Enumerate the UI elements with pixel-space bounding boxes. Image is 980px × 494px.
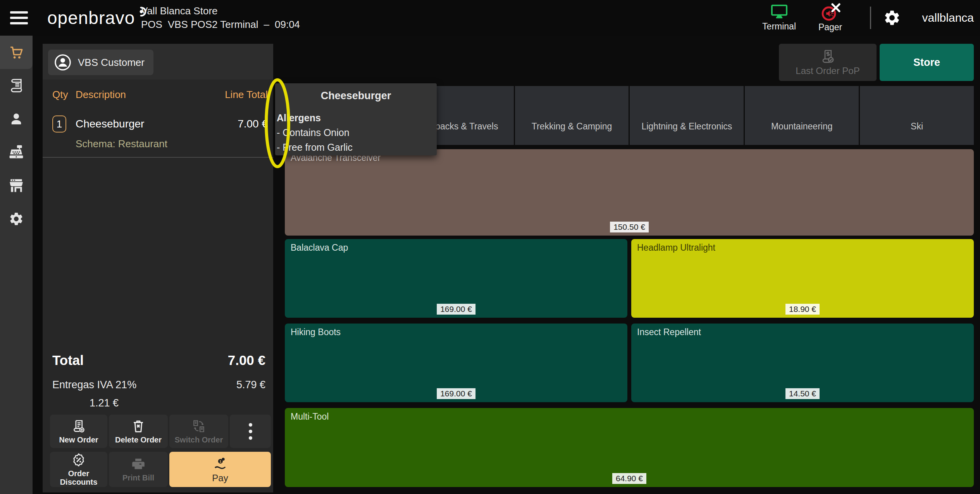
tax-amount-value: 1.21 €: [90, 397, 265, 409]
clock: 09:04: [275, 19, 300, 30]
product-name: Hiking Boots: [291, 327, 341, 337]
product-tile-avalanche-transceiver[interactable]: Avalanche Transceiver 150.50 €: [285, 149, 974, 236]
total-value: 7.00 €: [228, 353, 265, 368]
product-name: Balaclava Cap: [291, 243, 348, 253]
product-price: 169.00 €: [437, 388, 475, 399]
customer-band: VBS Customer: [43, 44, 273, 79]
tooltip-allergen-line: - Contains Onion: [277, 127, 437, 138]
switch-order-icon: [191, 419, 206, 434]
cart-icon: [8, 44, 24, 60]
product-tile-hiking-boots[interactable]: Hiking Boots 169.00 €: [285, 324, 627, 402]
sidebar: [0, 36, 33, 494]
product-price: 64.90 €: [612, 473, 646, 484]
sidebar-item-sales[interactable]: [0, 36, 33, 69]
order-actions: New Order Delete Order Switch Order Orde…: [43, 415, 273, 492]
category-tab-trekking-camping[interactable]: Trekking & Camping: [515, 86, 629, 145]
tooltip-allergens-heading: Allergens: [277, 112, 437, 124]
line-attribute: Schema: Restaurant: [76, 138, 268, 150]
line-qty-badge: 1: [52, 115, 66, 133]
product-name: Insect Repellent: [637, 327, 701, 337]
new-order-label: New Order: [59, 435, 98, 444]
more-actions-button[interactable]: [230, 415, 271, 448]
line-total-value: 7.00 €: [238, 118, 268, 130]
logged-user[interactable]: vallblanca: [922, 11, 974, 24]
product-tile-balaclava-cap[interactable]: Balaclava Cap 169.00 €: [285, 239, 627, 318]
menu-icon[interactable]: [10, 9, 29, 26]
product-name: Multi-Tool: [291, 411, 329, 422]
print-bill-label: Print Bill: [122, 473, 154, 482]
print-bill-icon: [131, 457, 146, 472]
tax-base-value: 5.79 €: [236, 379, 265, 391]
settings-icon: [9, 211, 24, 227]
switch-order-label: Switch Order: [175, 435, 223, 444]
totals-section: Total 7.00 € Entregas IVA 21% 5.79 € 1.2…: [43, 353, 273, 415]
new-order-button[interactable]: New Order: [50, 415, 107, 448]
delete-order-icon: [131, 419, 146, 434]
last-order-pop-icon: [820, 48, 836, 65]
discount-badge-icon: [71, 453, 86, 467]
product-tile-headlamp-ultralight[interactable]: Headlamp Ultralight 18.90 €: [631, 239, 974, 318]
pager-icon: [820, 3, 840, 21]
order-discounts-button[interactable]: Order Discounts: [50, 452, 107, 487]
customer-icon: [8, 111, 24, 127]
description-column-header: Description: [76, 89, 225, 101]
terminal-monitor-icon: [770, 4, 789, 20]
settings-button[interactable]: [881, 9, 903, 27]
pager-button-label: Pager: [818, 22, 842, 33]
customer-circle-icon: [54, 53, 72, 71]
store-name: Vall Blanca Store: [141, 4, 305, 18]
pay-button[interactable]: 1 Pay: [169, 452, 271, 487]
sidebar-item-receipts[interactable]: [0, 69, 33, 102]
terminal-name: VBS POS2 Terminal: [168, 19, 258, 30]
line-total-column-header: Line Total: [225, 89, 268, 101]
tax-label: Entregas IVA 21%: [52, 379, 136, 391]
pos-label: POS: [141, 19, 162, 30]
product-tile-insect-repellent[interactable]: Insect Repellent 14.50 €: [631, 324, 974, 402]
customer-name: VBS Customer: [78, 57, 145, 69]
terminal-info: POSVBS POS2 Terminal–09:04: [141, 18, 305, 31]
product-price: 14.50 €: [785, 388, 820, 399]
tooltip-allergen-line: - Free from Garlic: [277, 142, 437, 153]
sidebar-item-store[interactable]: [0, 169, 33, 202]
sidebar-item-customers[interactable]: [0, 102, 33, 136]
category-tab-ski[interactable]: Ski: [860, 86, 974, 145]
divider: [870, 7, 871, 29]
top-bar: openbravo Vall Blanca Store POSVBS POS2 …: [0, 0, 980, 36]
category-tab-mountaineering[interactable]: Mountaineering: [745, 86, 859, 145]
sidebar-item-cash-management[interactable]: [0, 136, 33, 169]
switch-order-button[interactable]: Switch Order: [169, 415, 228, 448]
product-grid: Avalanche Transceiver 150.50 € Balaclava…: [285, 149, 974, 487]
order-panel: VBS Customer Qty Description Line Total …: [43, 44, 273, 492]
pager-button[interactable]: Pager: [805, 3, 856, 33]
store-button-label: Store: [913, 57, 940, 69]
qty-column-header: Qty: [52, 89, 76, 101]
total-label: Total: [52, 353, 84, 368]
gear-icon: [883, 9, 901, 27]
pay-icon: 1: [212, 456, 228, 472]
order-lines: 1 Cheeseburger 7.00 € Schema: Restaurant: [43, 107, 273, 353]
separator: –: [264, 19, 269, 30]
delete-order-label: Delete Order: [115, 435, 162, 444]
product-price: 18.90 €: [785, 304, 820, 315]
delete-order-button[interactable]: Delete Order: [109, 415, 168, 448]
store-icon: [8, 177, 25, 194]
product-price: 150.50 €: [610, 222, 649, 232]
order-discounts-label: Order Discounts: [50, 469, 107, 486]
store-button[interactable]: Store: [880, 44, 974, 81]
print-bill-button[interactable]: Print Bill: [109, 452, 168, 487]
category-tab-lightning-electronics[interactable]: Lightning & Electronics: [630, 86, 744, 145]
product-price: 169.00 €: [437, 304, 475, 315]
order-line-cheeseburger[interactable]: 1 Cheeseburger 7.00 € Schema: Restaurant: [43, 107, 273, 158]
last-order-pop-button[interactable]: Last Order PoP: [779, 44, 877, 81]
allergen-tooltip: Cheeseburger Allergens - Contains Onion …: [275, 83, 437, 155]
last-order-pop-label: Last Order PoP: [796, 65, 859, 76]
terminal-button[interactable]: Terminal: [754, 4, 805, 32]
openbravo-logo: openbravo: [47, 5, 147, 30]
new-order-icon: [71, 419, 86, 434]
product-tile-multi-tool[interactable]: Multi-Tool 64.90 €: [285, 408, 974, 487]
product-name: Headlamp Ultralight: [637, 243, 715, 253]
customer-button[interactable]: VBS Customer: [48, 50, 153, 75]
pos-app: openbravo Vall Blanca Store POSVBS POS2 …: [0, 0, 980, 494]
line-description: Cheeseburger: [76, 118, 238, 130]
sidebar-item-settings[interactable]: [0, 202, 33, 236]
